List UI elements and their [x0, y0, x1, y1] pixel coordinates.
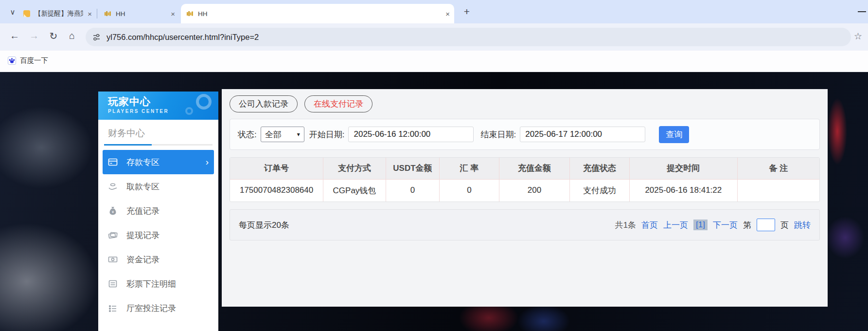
sidebar-item-withdraw-records[interactable]: 提现记录 [98, 223, 218, 247]
col-remark: 备 注 [737, 158, 819, 179]
bookmark-baidu[interactable]: 百度一下 [8, 56, 48, 65]
hh-favicon [186, 10, 194, 18]
tab-title: HH [116, 10, 125, 18]
hand-money-icon [108, 182, 118, 191]
page-number-input[interactable] [757, 219, 775, 231]
start-date-input[interactable] [348, 127, 474, 142]
sidebar-item-funds-records[interactable]: 资金记录 [98, 247, 218, 272]
address-bar[interactable]: yl756.com/hhcp/usercenter.html?iniType=2 [86, 28, 851, 46]
end-date-label: 结束日期: [480, 129, 516, 140]
gamepad-decoration-icon [196, 94, 212, 110]
content-panel: 公司入款记录 在线支付记录 状态: 全部 ▾ 开始日期: 结束日期: 查询 订单… [222, 89, 828, 307]
status-select-value: 全部 [265, 129, 282, 140]
col-payment-method: 支付方式 [323, 158, 386, 179]
next-page-link[interactable]: 下一页 [713, 220, 738, 231]
sidebar-item-lottery-bet-detail[interactable]: 彩票下注明细 [98, 272, 218, 296]
table-header-row: 订单号 支付方式 USDT金额 汇 率 充值金额 充值状态 提交时间 备 注 [230, 158, 819, 179]
url-text[interactable]: yl756.com/hhcp/usercenter.html?iniType=2 [106, 33, 259, 42]
home-icon[interactable]: ⌂ [65, 30, 79, 41]
chevron-right-icon: › [206, 157, 209, 167]
start-date-label: 开始日期: [309, 129, 345, 140]
sidebar-item-recharge-records[interactable]: ¥ 充值记录 [98, 199, 218, 223]
tab-online-payment-records[interactable]: 在线支付记录 [304, 95, 372, 112]
bookmark-label: 百度一下 [20, 56, 48, 65]
back-icon[interactable]: ← [8, 30, 21, 41]
col-recharge-status: 充值状态 [570, 158, 630, 179]
hh-favicon [104, 10, 112, 18]
sidebar-section-title: 财务中心 [108, 127, 209, 140]
col-recharge-amount: 充值金额 [499, 158, 570, 179]
page-suffix-label: 页 [780, 220, 789, 231]
status-label: 状态: [238, 129, 257, 140]
cell-exchange-rate: 0 [440, 179, 499, 202]
per-page-label: 每页显示20条 [239, 220, 289, 231]
cell-order-no: 1750070482308640 [230, 179, 323, 202]
browser-tab-strip: ∨ 【新提醒】海燕策略论坛综合交 × HH × HH × + [0, 0, 868, 23]
sidebar-item-deposit[interactable]: 存款专区 › [103, 150, 214, 174]
browser-tab-hh-1[interactable]: HH × [99, 4, 179, 23]
circle-decoration-icon [185, 107, 193, 115]
chevron-down-icon: ▾ [297, 131, 300, 138]
bank-card-icon [108, 157, 118, 167]
cards-icon [108, 230, 118, 240]
first-page-link[interactable]: 首页 [641, 220, 658, 231]
sidebar-item-label: 资金记录 [126, 254, 159, 265]
grid-list-icon [108, 303, 118, 313]
section-divider [104, 144, 213, 146]
tab-title: HH [198, 10, 208, 18]
sidebar-item-label: 彩票下注明细 [126, 278, 176, 290]
close-icon[interactable]: × [83, 10, 96, 18]
bookmark-bar: 百度一下 [0, 51, 868, 72]
col-usdt-amount: USDT金额 [386, 158, 439, 179]
pagination-bar: 每页显示20条 共1条 首页 上一页 [1] 下一页 第 页 跳转 [230, 209, 820, 240]
banknote-icon [108, 255, 118, 264]
sidebar-item-label: 取款专区 [126, 181, 159, 192]
bookmark-star-icon[interactable]: ☆ [854, 31, 862, 42]
current-page-indicator: [1] [693, 220, 708, 230]
page-prefix-label: 第 [743, 220, 751, 231]
pagination-links: 共1条 首页 上一页 [1] 下一页 第 页 跳转 [615, 219, 811, 231]
forward-icon: → [27, 30, 41, 41]
sidebar-menu: 存款专区 › 取款专区 ¥ 充值记录 提现记录 资金记录 [98, 150, 218, 320]
cell-remark [737, 179, 819, 202]
browser-tab-hh-active[interactable]: HH × [181, 4, 454, 23]
cell-submit-time: 2025-06-16 18:41:22 [629, 179, 737, 202]
payment-records-table: 订单号 支付方式 USDT金额 汇 率 充值金额 充值状态 提交时间 备 注 1… [230, 157, 820, 202]
forum-favicon [23, 10, 31, 18]
baidu-paw-icon [8, 56, 16, 65]
sidebar-item-hall-bet-records[interactable]: 厅室投注记录 [98, 296, 218, 320]
record-type-tabs: 公司入款记录 在线支付记录 [230, 95, 820, 112]
tab-title: 【新提醒】海燕策略论坛综合交 [35, 9, 83, 18]
close-icon[interactable]: × [441, 10, 454, 18]
cell-recharge-status: 支付成功 [570, 179, 630, 202]
jump-link[interactable]: 跳转 [794, 220, 811, 231]
sidebar-item-withdraw[interactable]: 取款专区 [98, 174, 218, 199]
end-date-input[interactable] [520, 127, 645, 142]
status-select[interactable]: 全部 ▾ [261, 127, 304, 142]
tab-separator [97, 9, 97, 18]
cell-recharge-amount: 200 [499, 179, 570, 202]
tab-company-deposit-records[interactable]: 公司入款记录 [230, 95, 298, 112]
col-submit-time: 提交时间 [629, 158, 737, 179]
sidebar-item-label: 厅室投注记录 [126, 303, 176, 314]
minimize-icon[interactable] [858, 11, 866, 12]
query-button[interactable]: 查询 [659, 126, 689, 143]
close-icon[interactable]: × [166, 10, 179, 18]
new-tab-button[interactable]: + [460, 5, 474, 18]
reload-icon[interactable]: ↻ [47, 30, 60, 42]
sidebar-header: 玩家中心 PLAYERS CENTER [98, 92, 218, 120]
cell-usdt-amount: 0 [386, 179, 439, 202]
sidebar-item-label: 提现记录 [126, 230, 159, 241]
site-info-icon[interactable] [92, 33, 101, 41]
money-bag-icon: ¥ [108, 206, 118, 216]
browser-toolbar: ← → ↻ ⌂ yl756.com/hhcp/usercenter.html?i… [0, 23, 868, 51]
col-order-no: 订单号 [230, 158, 323, 179]
sidebar-item-label: 充值记录 [126, 205, 159, 217]
total-count: 共1条 [615, 220, 636, 231]
table-row: 1750070482308640 CGPay钱包 0 0 200 支付成功 20… [230, 179, 819, 202]
col-exchange-rate: 汇 率 [440, 158, 499, 179]
player-center-sidebar: 玩家中心 PLAYERS CENTER 财务中心 存款专区 › 取款专区 ¥ 充… [98, 92, 218, 331]
browser-tab-forum[interactable]: 【新提醒】海燕策略论坛综合交 × [18, 4, 96, 23]
prev-page-link[interactable]: 上一页 [663, 220, 688, 231]
list-detail-icon [108, 279, 118, 289]
